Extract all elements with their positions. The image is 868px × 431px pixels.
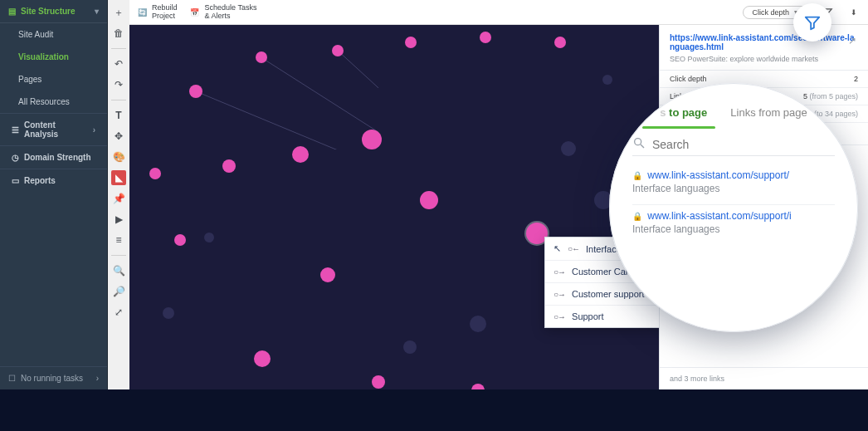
zoom-search-input[interactable] (652, 138, 835, 151)
trash-icon[interactable]: 🗑 (111, 26, 126, 41)
move-icon[interactable]: ✥ (111, 129, 126, 144)
sidebar-footer[interactable]: ☐ No running tasks › (0, 366, 107, 389)
add-icon[interactable]: ＋ (111, 5, 126, 20)
sidebar-item-site-audit[interactable]: Site Audit (0, 23, 107, 46)
graph-edges (129, 25, 378, 149)
play-icon[interactable]: ▶ (111, 212, 126, 227)
arrow-right-icon: ○→ (553, 312, 565, 321)
download-icon[interactable]: ⬇ (846, 5, 861, 20)
reports-icon: ▭ (12, 176, 19, 185)
svg-line-0 (196, 91, 378, 149)
redo-icon[interactable]: ↷ (111, 77, 126, 92)
sidebar-item-all-resources[interactable]: All Resources (0, 91, 107, 113)
calendar-icon: 📅 (189, 7, 201, 18)
lock-icon: 🔒 (632, 171, 642, 180)
tool-rail: ＋ 🗑 ↶ ↷ T ✥ 🎨 ◣ 📌 ▶ ≡ 🔍 🔎 ⤢ (108, 0, 129, 389)
share-icon[interactable]: ↗ (848, 35, 856, 47)
svg-point-18 (635, 139, 641, 145)
sidebar-item-pages[interactable]: Pages (0, 68, 107, 91)
sidebar-item-content-analysis[interactable]: ☰ Content Analysis › (0, 113, 107, 146)
undo-icon[interactable]: ↶ (111, 56, 126, 71)
zoom-fit-icon[interactable]: ⤢ (111, 305, 126, 320)
zoom-results: 🔒 www.link-assistant.com/support/ Interf… (632, 164, 835, 245)
page-subtitle: SEO PowerSuite: explore worldwide market… (660, 55, 868, 70)
zoom-search[interactable] (632, 133, 835, 156)
sidebar-item-domain-strength[interactable]: ◷ Domain Strength (0, 146, 107, 169)
zoom-in-icon[interactable]: 🔍 (111, 263, 126, 278)
zoom-tab-from[interactable]: Links from page (730, 106, 807, 124)
search-icon (632, 136, 646, 152)
zoom-result-0[interactable]: 🔒 www.link-assistant.com/support/ Interf… (632, 164, 835, 205)
more-links-label[interactable]: and 3 more links (660, 367, 868, 389)
sidebar-header[interactable]: ▤ Site Structure ▾ (0, 0, 107, 23)
footer-label: No running tasks (21, 374, 83, 383)
lock-icon: 🔒 (632, 212, 642, 221)
zoom-tab-to[interactable]: s to page (660, 106, 707, 124)
zoom-result-1[interactable]: 🔒 www.link-assistant.com/support/i Inter… (632, 205, 835, 245)
metric-click-depth: Click depth 2 (660, 71, 868, 88)
chevron-right-icon: › (93, 125, 95, 135)
graph-canvas[interactable]: ↖ ○← Interface languages ○→ Customer Car… (129, 25, 659, 389)
pin-icon[interactable]: 📌 (111, 191, 126, 206)
filter-badge[interactable] (793, 3, 831, 42)
svg-line-19 (641, 144, 644, 148)
schedule-tasks-button[interactable]: 📅 Schedule Tasks & Alerts (189, 4, 257, 20)
shape-icon[interactable]: ◣ (111, 170, 126, 185)
arrow-left-icon: ○← (568, 244, 579, 253)
sidebar-item-reports[interactable]: ▭ Reports (0, 169, 107, 192)
palette-icon[interactable]: 🎨 (111, 149, 126, 164)
sidebar-title: Site Structure (21, 7, 76, 16)
sidebar-item-visualization[interactable]: Visualization (0, 46, 107, 68)
list-icon[interactable]: ≡ (111, 233, 126, 247)
chevron-down-icon: ▾ (95, 7, 99, 16)
topbar: 🔄 Rebuild Project 📅 Schedule Tasks & Ale… (129, 0, 868, 25)
chevron-right-icon: › (96, 374, 99, 383)
tasks-icon: ☐ (8, 374, 16, 383)
active-tab-underline (642, 126, 715, 129)
ctx-support[interactable]: ○→ Support (545, 305, 659, 327)
page-url[interactable]: https://www.link-assistant.com/seo-softw… (660, 25, 868, 55)
zoom-lens: s to page Links from page 🔒 www.link-ass… (609, 83, 858, 332)
rebuild-icon: 🔄 (136, 7, 148, 18)
content-analysis-icon: ☰ (12, 125, 19, 135)
arrow-right-icon: ○→ (553, 290, 565, 299)
cursor-icon: ↖ (553, 243, 561, 254)
text-icon[interactable]: T (111, 108, 126, 123)
sidebar: ▤ Site Structure ▾ Site Audit Visualizat… (0, 0, 108, 389)
site-structure-icon: ▤ (8, 7, 16, 16)
domain-strength-icon: ◷ (12, 153, 19, 162)
arrow-right-icon: ○→ (553, 267, 565, 277)
zoom-out-icon[interactable]: 🔎 (111, 284, 126, 299)
rebuild-project-button[interactable]: 🔄 Rebuild Project (136, 4, 178, 20)
